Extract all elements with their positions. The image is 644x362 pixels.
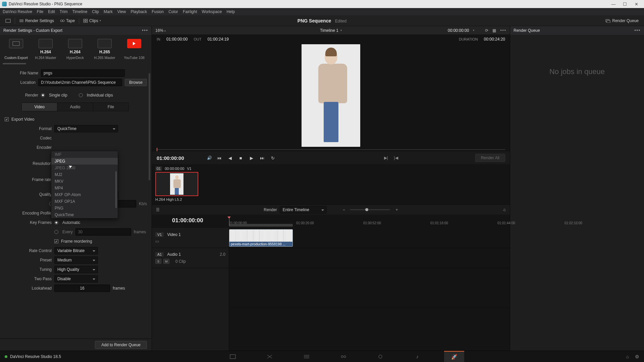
settings-button[interactable]: ⚙ [635, 354, 639, 359]
menu-color[interactable]: Color [168, 9, 178, 14]
preset-select[interactable]: Medium [54, 256, 98, 264]
clip-thumbnail[interactable]: 01 00:00:00:00 V1 H.264 High L5.2 [155, 166, 199, 202]
window-close-button[interactable]: ✕ [631, 2, 642, 7]
preview-viewer[interactable] [152, 44, 510, 147]
format-option-mp4[interactable]: MP4 [51, 185, 118, 191]
preset-custom-export[interactable]: Custom Export [1, 38, 31, 61]
format-option-png[interactable]: PNG [51, 205, 118, 212]
loop-icon[interactable]: ⟳ [485, 28, 488, 33]
preset-h265-master[interactable]: H.265 H.265 Master [90, 38, 119, 61]
menu-fusion[interactable]: Fusion [152, 9, 164, 14]
track-visibility-icon[interactable]: ▭ [155, 239, 159, 244]
solo-button[interactable]: S [155, 259, 161, 264]
tab-audio[interactable]: Audio [57, 103, 93, 111]
render-queue-toggle[interactable]: Render Queue [603, 18, 641, 24]
format-option-mj2[interactable]: MJ2 [51, 171, 118, 178]
export-video-checkbox[interactable] [5, 117, 9, 121]
twopass-select[interactable]: Disable [54, 275, 98, 283]
render-settings-toggle[interactable]: Render Settings [17, 18, 56, 24]
single-clip-radio[interactable] [41, 93, 45, 97]
timeline-view-icon[interactable]: ☰ [156, 207, 160, 212]
play-button[interactable]: ▶ [249, 156, 254, 161]
page-fusion[interactable] [333, 351, 354, 362]
format-option-mxf-opatom[interactable]: MXF OP-Atom [51, 191, 118, 198]
clips-dropdown[interactable]: Clips ▾ [81, 18, 103, 24]
timeline-name[interactable]: Timeline 1 [320, 28, 338, 33]
render-all-button[interactable]: Render All [475, 154, 505, 162]
menu-timeline[interactable]: Timeline [72, 9, 87, 14]
step-back-button[interactable]: ◀ [227, 156, 233, 161]
loop-button[interactable]: ↻ [270, 156, 276, 161]
add-to-render-queue-button[interactable]: Add to Render Queue [95, 341, 147, 349]
timeline-ruler[interactable]: 01:00:00:00 01:00:00:00 01:00:26:00 01:0… [152, 215, 510, 228]
menu-edit[interactable]: Edit [48, 9, 55, 14]
zoom-out-button[interactable]: − [343, 207, 345, 212]
individual-clips-radio[interactable] [79, 93, 83, 97]
home-button[interactable]: ⌂ [626, 354, 629, 359]
menu-workspace[interactable]: Workspace [202, 9, 222, 14]
zoom-in-button[interactable]: ＋ [395, 207, 399, 213]
lookahead-input[interactable] [54, 285, 110, 292]
format-option-jpeg[interactable]: JPEG [51, 158, 118, 165]
transport-timecode[interactable]: 01:00:00:00 [157, 155, 184, 161]
browse-button[interactable]: Browse [125, 79, 147, 86]
window-maximize-button[interactable]: ☐ [619, 2, 631, 7]
preset-h264-master[interactable]: H.264 H.264 Master [31, 38, 60, 61]
tab-file[interactable]: File [93, 103, 128, 111]
in-timecode[interactable]: 01:00:00:00 [166, 37, 187, 42]
zoom-dropdown[interactable]: 16% ▾ [155, 28, 166, 33]
menu-playback[interactable]: Playback [130, 9, 147, 14]
preset-youtube[interactable]: YouTube 108 [119, 38, 149, 61]
menu-trim[interactable]: Trim [60, 9, 68, 14]
format-option-mkv[interactable]: MKV [51, 178, 118, 185]
keyframes-every-radio[interactable] [54, 230, 58, 234]
tuning-select[interactable]: High Quality [54, 266, 98, 273]
volume-icon[interactable]: 🔊 [207, 156, 212, 160]
out-timecode[interactable]: 01:00:24:19 [208, 37, 229, 42]
viewer-scrubber[interactable] [152, 147, 510, 152]
menu-fairlight[interactable]: Fairlight [183, 9, 197, 14]
video-clip[interactable]: pexels-mart-production-9558198 ... [229, 229, 293, 247]
prev-marker-button[interactable]: |◀ [393, 156, 399, 160]
timeline-playhead[interactable] [229, 217, 229, 226]
page-media[interactable] [223, 351, 243, 362]
presets-scrollbar[interactable] [3, 63, 26, 64]
go-first-button[interactable]: ⏮ [217, 156, 222, 161]
video-track-header[interactable]: V1 Video 1 ▭ [152, 228, 229, 248]
stop-button[interactable]: ■ [238, 156, 244, 161]
format-option-quicktime[interactable]: QuickTime [51, 212, 118, 218]
menu-mark[interactable]: Mark [104, 9, 113, 14]
page-cut[interactable] [260, 351, 280, 362]
in-out-range[interactable] [229, 224, 293, 227]
rate-control-select[interactable]: Variable Bitrate [54, 247, 98, 254]
zoom-slider[interactable] [350, 209, 390, 210]
viewer-timecode[interactable]: 00:00:00:00 [448, 28, 469, 33]
format-option-imf[interactable]: IMF [51, 151, 118, 158]
frame-reordering-checkbox[interactable] [54, 239, 58, 243]
mute-button[interactable]: M [163, 259, 169, 264]
audio-meters-icon[interactable]: ♫ [503, 207, 506, 212]
keyframes-value-input[interactable] [75, 228, 131, 236]
menu-view[interactable]: View [117, 9, 126, 14]
menu-help[interactable]: Help [226, 9, 235, 14]
page-deliver[interactable]: 🚀 [444, 351, 464, 362]
tape-toggle[interactable]: Tape [58, 18, 77, 24]
render-range-select[interactable]: Entire Timeline [280, 206, 327, 214]
panel-menu-button[interactable]: ••• [142, 28, 148, 33]
next-marker-button[interactable]: ▶| [383, 156, 389, 160]
expand-button[interactable] [3, 18, 13, 23]
file-name-input[interactable] [41, 69, 125, 77]
viewer-menu-button[interactable]: ••• [500, 28, 506, 33]
tab-video[interactable]: Video [22, 103, 57, 111]
menu-davinci[interactable]: DaVinci Resolve [3, 9, 32, 14]
queue-menu-button[interactable]: ••• [634, 28, 641, 33]
location-input[interactable] [38, 79, 122, 86]
grid-icon[interactable]: ▦ [492, 28, 496, 33]
page-color[interactable] [370, 351, 390, 362]
format-option-mxf-op1a[interactable]: MXF OP1A [51, 198, 118, 205]
keyframes-auto-radio[interactable] [54, 221, 58, 225]
format-select[interactable]: QuickTime [54, 125, 118, 132]
menu-file[interactable]: File [37, 9, 43, 14]
format-option-jpeg2000[interactable]: JPEG 2000 [51, 165, 118, 171]
preset-hyperdeck[interactable]: H.264 HyperDeck [60, 38, 90, 61]
